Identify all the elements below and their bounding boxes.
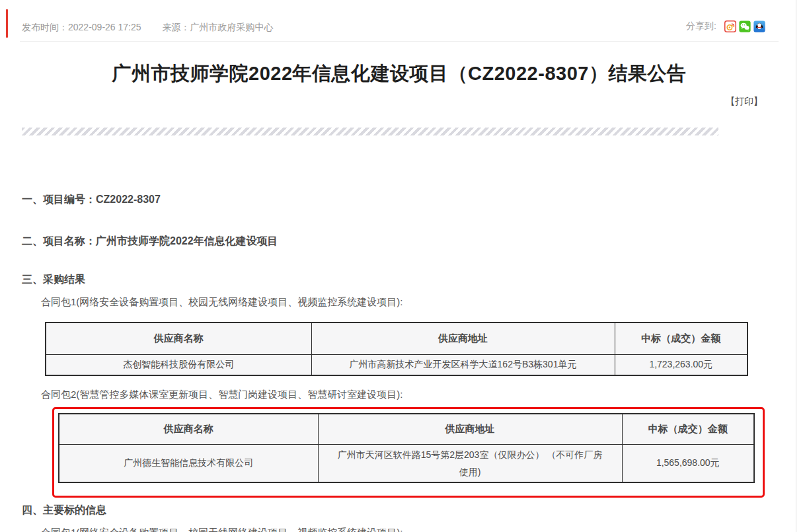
- page-title: 广州市技师学院2022年信息化建设项目（CZ2022-8307）结果公告: [20, 61, 779, 87]
- section-project-name: 二、项目名称：广州市技师学院2022年信息化建设项目: [22, 235, 278, 248]
- share-row: 分享到:: [686, 20, 765, 32]
- qq-icon[interactable]: [753, 20, 765, 32]
- section-project-number: 一、项目编号：CZ2022-8307: [22, 193, 161, 207]
- supplier-address-cell: 广州市高新技术产业开发区科学大道162号B3栋301单元: [311, 354, 615, 375]
- col-header-supplier-address: 供应商地址: [311, 323, 615, 354]
- supplier-name-cell: 杰创智能科技股份有限公司: [46, 354, 311, 375]
- table-row: 广州德生智能信息技术有限公司 广州市天河区软件路15号第2层203室（仅限办公）…: [59, 444, 754, 482]
- source-label: 来源：广州市政府采购中心: [162, 22, 273, 32]
- award-amount-cell: 1,565,698.00元: [622, 444, 754, 482]
- header-divider: [20, 41, 779, 42]
- col-header-award-amount: 中标（成交）金额: [622, 414, 754, 444]
- col-header-supplier-address: 供应商地址: [318, 414, 622, 444]
- meta-row: 发布时间：2022-09-26 17:25 来源：广州市政府采购中心: [22, 22, 273, 34]
- package2-intro: 合同包2(智慧管控多媒体课室更新项目、智慧门岗建设项目、智慧研讨室建设项目):: [41, 389, 403, 401]
- left-red-marker-line: [6, 9, 8, 38]
- publish-time: 发布时间：2022-09-26 17:25: [22, 22, 141, 32]
- col-header-supplier-name: 供应商名称: [59, 414, 318, 444]
- result-table-package1: 供应商名称 供应商地址 中标（成交）金额 杰创智能科技股份有限公司 广州市高新技…: [45, 322, 748, 376]
- award-amount-cell: 1,723,263.00元: [615, 354, 748, 375]
- print-button[interactable]: 【打印】: [726, 96, 763, 108]
- hatched-divider: [22, 128, 718, 135]
- col-header-supplier-name: 供应商名称: [46, 323, 311, 354]
- package1-intro: 合同包1(网络安全设备购置项目、校园无线网络建设项目、视频监控系统建设项目):: [41, 296, 403, 309]
- bottom-partial-line: 合同包1(网络安全设备购置项目、校园无线网络建设项目、视频监控系统建设项目):: [41, 527, 403, 532]
- col-header-award-amount: 中标（成交）金额: [615, 323, 748, 354]
- announcement-page: 发布时间：2022-09-26 17:25 来源：广州市政府采购中心 分享到:: [0, 0, 805, 532]
- table-row: 杰创智能科技股份有限公司 广州市高新技术产业开发区科学大道162号B3栋301单…: [46, 354, 748, 375]
- wechat-icon[interactable]: [739, 20, 751, 32]
- content-right-border: [796, 0, 796, 532]
- share-label: 分享到:: [686, 20, 716, 32]
- table-header-row: 供应商名称 供应商地址 中标（成交）金额: [59, 414, 754, 444]
- supplier-name-cell: 广州德生智能信息技术有限公司: [59, 444, 318, 482]
- result-table-package2: 供应商名称 供应商地址 中标（成交）金额 广州德生智能信息技术有限公司 广州市天…: [58, 413, 755, 483]
- supplier-address-cell: 广州市天河区软件路15号第2层203室（仅限办公） （不可作厂房使用): [318, 444, 622, 482]
- section-procurement-result: 三、采购结果: [22, 273, 85, 287]
- table-header-row: 供应商名称 供应商地址 中标（成交）金额: [46, 323, 748, 354]
- weibo-icon[interactable]: [724, 20, 736, 32]
- section-main-subject-info: 四、主要标的信息: [22, 504, 106, 517]
